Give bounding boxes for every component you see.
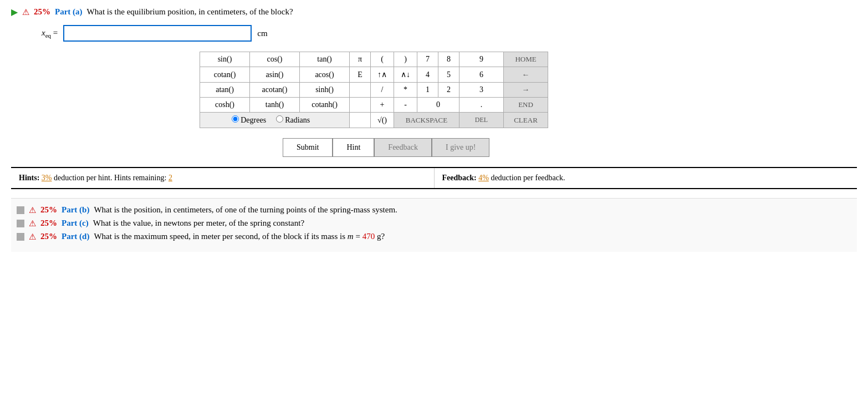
btn-open-paren[interactable]: ( — [371, 52, 394, 67]
btn-empty-deg — [350, 113, 371, 128]
keypad-row-2: cotan() asin() acos() E ↑∧ ∧↓ 4 5 6 ← — [200, 67, 548, 83]
part-d-icon — [17, 233, 24, 241]
degrees-radians-cell: Degrees Radians — [200, 113, 350, 128]
btn-close-paren[interactable]: ) — [394, 52, 417, 67]
btn-clear[interactable]: CLEAR — [504, 113, 548, 128]
warning-icon-a: ⚠ — [22, 7, 29, 17]
btn-up-caret[interactable]: ↑∧ — [371, 67, 394, 83]
part-b-label: Part (b) — [62, 205, 89, 215]
btn-1[interactable]: 1 — [417, 83, 438, 98]
hints-remaining-link[interactable]: 2 — [169, 174, 172, 182]
btn-pi[interactable]: π — [350, 52, 371, 67]
feedback-deduction-text: deduction per feedback. — [491, 174, 565, 182]
btn-8[interactable]: 8 — [438, 52, 459, 67]
part-b-icon — [17, 206, 24, 214]
btn-down-caret[interactable]: ∧↓ — [394, 67, 417, 83]
radians-radio-label[interactable]: Radians — [276, 116, 310, 124]
part-d-question: What is the maximum speed, in meter per … — [94, 232, 385, 241]
part-c-icon — [17, 220, 24, 227]
btn-right-arrow[interactable]: → — [504, 83, 548, 98]
part-d-row: ⚠ 25% Part (d) What is the maximum speed… — [17, 232, 851, 242]
btn-sin[interactable]: sin() — [200, 52, 250, 67]
btn-atan[interactable]: atan() — [200, 83, 250, 98]
keypad-row-1: sin() cos() tan() π ( ) 7 8 9 HOME — [200, 52, 548, 67]
btn-cotan[interactable]: cotan() — [200, 67, 250, 83]
action-buttons: Submit Hint Feedback I give up! — [283, 138, 857, 157]
btn-multiply[interactable]: * — [394, 83, 417, 98]
keypad-row-4: cosh() tanh() cotanh() + - 0 . END — [200, 98, 548, 113]
btn-acos[interactable]: acos() — [300, 67, 350, 83]
btn-7[interactable]: 7 — [417, 52, 438, 67]
btn-tan[interactable]: tan() — [300, 52, 350, 67]
other-parts: ⚠ 25% Part (b) What is the position, in … — [11, 198, 857, 252]
part-d-mass-value: 470 — [362, 232, 375, 241]
submit-button[interactable]: Submit — [283, 138, 333, 157]
btn-sinh[interactable]: sinh() — [300, 83, 350, 98]
feedback-section: Feedback: 4% deduction per feedback. — [435, 168, 857, 188]
btn-5[interactable]: 5 — [438, 67, 459, 83]
answer-input-row: xeq = cm — [42, 25, 857, 42]
part-c-warning-icon: ⚠ — [29, 219, 36, 229]
btn-minus[interactable]: - — [394, 98, 417, 113]
input-label: xeq = — [42, 28, 58, 39]
unit-label: cm — [257, 29, 267, 38]
feedback-label: Feedback: — [442, 174, 477, 182]
btn-asin[interactable]: asin() — [250, 67, 300, 83]
hints-section: Hints: 3% deduction per hint. Hints rema… — [11, 168, 435, 188]
part-c-row: ⚠ 25% Part (c) What is the value, in new… — [17, 219, 851, 229]
answer-input[interactable] — [63, 25, 252, 42]
btn-end[interactable]: END — [504, 98, 548, 113]
hints-deduction-text: deduction per hint. Hints remaining: — [54, 174, 169, 182]
btn-9[interactable]: 9 — [459, 52, 504, 67]
btn-e[interactable]: E — [350, 67, 371, 83]
keypad-area: sin() cos() tan() π ( ) 7 8 9 HOME cotan… — [200, 52, 857, 128]
btn-0[interactable]: 0 — [417, 98, 459, 113]
btn-plus[interactable]: + — [371, 98, 394, 113]
radians-radio[interactable] — [276, 115, 283, 123]
hint-button[interactable]: Hint — [333, 138, 374, 157]
btn-empty-3 — [350, 83, 371, 98]
btn-2[interactable]: 2 — [438, 83, 459, 98]
part-c-percent: 25% — [40, 219, 57, 228]
part-b-row: ⚠ 25% Part (b) What is the position, in … — [17, 205, 851, 215]
degrees-radio-label[interactable]: Degrees — [232, 116, 268, 124]
btn-tanh[interactable]: tanh() — [250, 98, 300, 113]
part-d-percent: 25% — [40, 232, 57, 241]
btn-6[interactable]: 6 — [459, 67, 504, 83]
btn-4[interactable]: 4 — [417, 67, 438, 83]
btn-cos[interactable]: cos() — [250, 52, 300, 67]
feedback-button[interactable]: Feedback — [374, 138, 432, 157]
btn-del[interactable]: DEL — [459, 113, 504, 128]
part-a-header: ▶ ⚠ 25% Part (a) What is the equilibrium… — [11, 7, 857, 17]
btn-cosh[interactable]: cosh() — [200, 98, 250, 113]
degrees-radio[interactable] — [232, 115, 239, 123]
btn-home[interactable]: HOME — [504, 52, 548, 67]
btn-3[interactable]: 3 — [459, 83, 504, 98]
part-a-question: What is the equilibrium position, in cen… — [87, 7, 293, 17]
btn-sqrt[interactable]: √() — [371, 113, 394, 128]
part-d-warning-icon: ⚠ — [29, 232, 36, 242]
hints-deduction-link[interactable]: 3% — [42, 174, 52, 182]
part-b-question: What is the position, in centimeters, of… — [94, 205, 397, 215]
hints-bar: Hints: 3% deduction per hint. Hints rema… — [11, 167, 857, 189]
feedback-deduction-link[interactable]: 4% — [478, 174, 489, 182]
main-container: ▶ ⚠ 25% Part (a) What is the equilibrium… — [0, 0, 868, 258]
hints-label: Hints: — [19, 174, 39, 182]
part-a-label: Part (a) — [55, 7, 83, 17]
part-b-percent: 25% — [40, 205, 57, 215]
btn-dot[interactable]: . — [459, 98, 504, 113]
keypad-row-3: atan() acotan() sinh() / * 1 2 3 → — [200, 83, 548, 98]
btn-backspace[interactable]: BACKSPACE — [394, 113, 459, 128]
btn-acotan[interactable]: acotan() — [250, 83, 300, 98]
keypad-table: sin() cos() tan() π ( ) 7 8 9 HOME cotan… — [200, 52, 548, 128]
btn-cotanh[interactable]: cotanh() — [300, 98, 350, 113]
play-icon[interactable]: ▶ — [11, 7, 18, 17]
btn-left-arrow[interactable]: ← — [504, 67, 548, 83]
part-b-warning-icon: ⚠ — [29, 205, 36, 215]
part-c-question: What is the value, in newtons per meter,… — [93, 219, 304, 228]
btn-empty-4 — [350, 98, 371, 113]
btn-divide[interactable]: / — [371, 83, 394, 98]
giveup-button[interactable]: I give up! — [432, 138, 489, 157]
part-c-label: Part (c) — [62, 219, 89, 228]
part-a-percent: 25% — [34, 7, 50, 17]
